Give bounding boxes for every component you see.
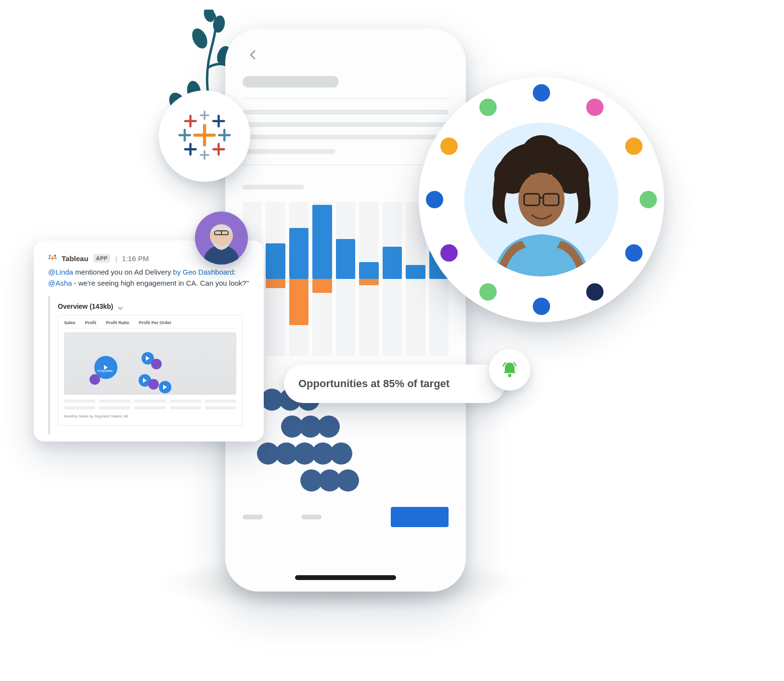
ring-dot	[479, 99, 497, 116]
slack-notification-card: Tableau APP | 1:16 PM @Linda mentioned y…	[34, 240, 264, 441]
notification-pill[interactable]: Opportunities at 85% of target	[284, 365, 505, 403]
ring-dot	[586, 99, 604, 116]
home-indicator[interactable]	[295, 575, 396, 580]
bar-slot	[383, 202, 402, 356]
skeleton-line	[243, 122, 449, 127]
bar-slot	[312, 202, 332, 356]
app-name: Tableau	[62, 254, 89, 263]
back-button[interactable]	[247, 49, 259, 61]
bar-slot	[289, 202, 308, 356]
app-badge: APP	[93, 254, 111, 263]
embed-title[interactable]: Overview (143kb)	[58, 303, 243, 310]
slack-message-body: @Linda mentioned you on Ad Delivery by G…	[48, 266, 249, 289]
ring-dot	[625, 244, 643, 262]
notification-text: Opportunities at 85% of target	[298, 378, 450, 390]
dot-row	[281, 415, 449, 439]
embed-tab[interactable]: Sales	[64, 320, 76, 325]
map-pin[interactable]	[90, 374, 100, 385]
ring-dot	[533, 298, 550, 315]
svg-point-49	[508, 374, 512, 377]
ring-dot	[533, 84, 550, 101]
dashboard-preview[interactable]: SalesProfitProfit RatioProfit Per Order …	[58, 315, 243, 426]
avatar-large	[464, 123, 618, 277]
bar-slot	[266, 202, 285, 356]
dot-row	[300, 468, 449, 492]
dashboard-link[interactable]: by Geo Dashboard	[173, 268, 234, 276]
svg-point-34	[520, 135, 563, 177]
embed-tab[interactable]: Profit Per Order	[139, 320, 172, 325]
skeleton-line	[243, 110, 449, 114]
tableau-logo-icon	[48, 254, 57, 263]
avatar-ring	[419, 77, 664, 322]
dot-distribution	[243, 388, 449, 492]
embed-tab[interactable]: Profit	[85, 320, 97, 325]
notification-bell[interactable]	[489, 349, 530, 391]
skeleton-line	[243, 149, 335, 154]
message-timestamp: 1:16 PM	[122, 254, 149, 263]
ring-dot	[440, 138, 458, 155]
bar-slot	[336, 202, 355, 356]
slack-embed: Overview (143kb) SalesProfitProfit Ratio…	[48, 296, 249, 434]
map-pin[interactable]	[159, 381, 171, 393]
diverging-bar-chart	[243, 202, 449, 356]
ring-dot	[479, 283, 497, 301]
tableau-logo-bubble	[159, 90, 250, 182]
geo-map: 4 Org Units	[64, 332, 236, 395]
distribution-dot	[330, 442, 352, 465]
tableau-logo-icon	[178, 109, 231, 164]
primary-action-button[interactable]	[391, 507, 449, 527]
embed-tab[interactable]: Profit Ratio	[106, 320, 129, 325]
svg-point-4	[189, 26, 210, 51]
ring-dot	[640, 191, 657, 208]
skeleton-line	[243, 135, 444, 139]
distribution-dot	[337, 469, 359, 492]
page-title-skeleton	[243, 76, 339, 88]
ring-dot	[625, 138, 643, 155]
chevron-down-icon	[118, 304, 123, 309]
embed-footer-note: Monthly Sales by Segment States: All	[64, 414, 236, 418]
skeleton-line	[243, 185, 304, 189]
bell-icon	[500, 360, 519, 379]
ring-dot	[440, 244, 458, 262]
axis-tick-labels	[243, 515, 321, 519]
map-pin-label: 4 Org Units	[97, 369, 113, 372]
dot-row	[257, 441, 449, 466]
mention-linda[interactable]: @Linda	[48, 268, 73, 276]
distribution-dot	[318, 416, 340, 438]
ring-dot	[586, 283, 604, 301]
map-pin[interactable]	[148, 379, 159, 390]
map-pin[interactable]	[151, 359, 162, 369]
ring-dot	[426, 191, 443, 208]
avatar-small	[195, 212, 248, 265]
bar-slot	[359, 202, 378, 356]
mention-asha[interactable]: @Asha	[48, 279, 72, 287]
